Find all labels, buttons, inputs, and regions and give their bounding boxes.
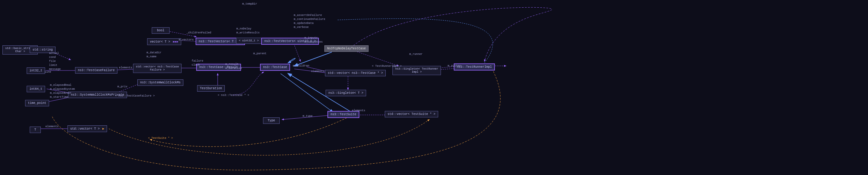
svg-line-26 [351,50,399,66]
label-assert-group: m_assertOnFailurem_continueOnFailurem_up… [294,13,325,29]
node-testcase-failure[interactable]: ns3::TestCaseFailure [75,67,118,74]
label-m-parent: m_parent [253,52,267,55]
node-std-vector-failure[interactable]: std::vector< ns3::TestCase Failure > [133,64,182,73]
node-std-vector-testcase[interactable]: std::vector< ns3::TestCase * > [325,70,386,76]
label-actual-group: actualcondfilelimitmessage [49,51,61,71]
svg-line-16 [281,74,333,112]
node-bool[interactable]: bool [152,27,169,34]
node-singleton-T[interactable]: ns3::Singleton< T > [326,90,366,96]
node-std-vector-T[interactable]: std::vector< T > ▶ [67,125,107,132]
arrows-svg [0,0,868,175]
label-elements-testcase: elements [311,70,324,73]
diagram-container: std::basic_string< Char > std::string in… [0,0,868,175]
node-T[interactable]: T [30,127,41,133]
label-m-suites: m_suites [447,64,461,67]
node-uint32t[interactable]: < uint32_t > [236,38,261,44]
label-m-runner: m_runner [409,53,423,56]
node-type[interactable]: Type [263,117,280,124]
label-testsuite-ptr: < TestSuite * > [148,137,173,140]
node-std-vector-testsuite[interactable]: std::vector< TestSuite * > [385,111,438,117]
svg-line-12 [294,43,301,61]
label-elements-failure: elements [119,66,132,69]
label-datadir-group: m_dataDirm_name [147,51,162,59]
node-testduration[interactable]: TestDuration [197,85,225,92]
label-line: line [44,70,51,74]
label-childrenfailed: _childrenFailed [186,31,211,34]
node-int32t[interactable]: int32_t [27,67,45,74]
label-testcase-failure-tmpl: < ns3::TestCaseFailure > [115,94,155,98]
label-elements-T: elements [45,125,59,128]
label-elapsed-group: m_elapsedRealm_elapsedSystemm_elapsedUse… [50,83,75,99]
node-ns3tcpnodelay[interactable]: Ns3TcpNoDelayTestCase [324,45,369,52]
label-m-vectors: m_vectors [179,38,194,41]
node-time-point[interactable]: time_point [25,100,49,106]
label-nodelay-group: m_noDelaym_writeResults [237,27,260,35]
label-m-tempdir: m_tempDir [242,2,257,5]
node-testcase[interactable]: ns3::TestCase [260,64,290,71]
label-elements-testsuite: elements [352,109,365,112]
label-failure-clock: failureclock [192,59,203,67]
label-m-priv: m_priv [118,85,127,88]
label-m-type: m_type [303,115,312,118]
svg-line-18 [294,52,332,66]
label-result-duration: m_resultm_duration [225,63,242,70]
label-m-children: m_children [293,64,309,67]
label-inputs-group: m_inputsm_responses [305,36,322,44]
node-systemwall-ms[interactable]: ns3::SystemWallClockMs [137,79,183,86]
label-testrunnerimpl-tmpl: < TestRunnerImpl > [372,65,402,68]
node-int64t[interactable]: int64_t [27,86,45,92]
node-vector-T[interactable]: vector< T > ▶▶▶ [147,38,181,45]
label-testcase-ptr: < ns3::TestCase * > [218,94,249,97]
